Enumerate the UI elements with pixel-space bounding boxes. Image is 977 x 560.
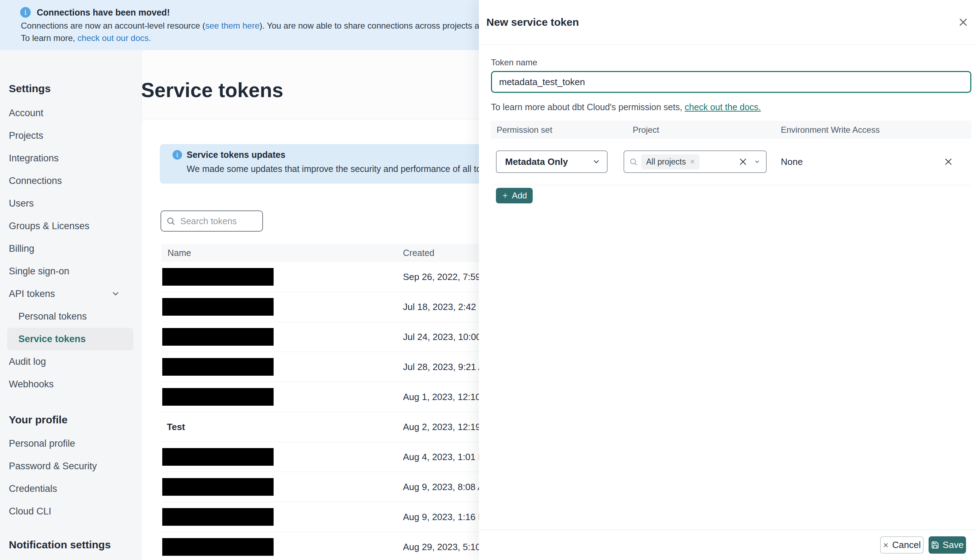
redacted-name xyxy=(162,328,274,346)
sidebar-item-account[interactable]: Account xyxy=(0,102,141,124)
sidebar-item-integrations[interactable]: Integrations xyxy=(0,147,141,170)
redacted-name xyxy=(162,358,274,376)
sidebar-item-groups-licenses[interactable]: Groups & Licenses xyxy=(0,215,141,237)
panel-title: New service token xyxy=(486,16,579,28)
sidebar-item-label: Projects xyxy=(9,130,43,141)
panel-header: New service token xyxy=(479,0,977,45)
sidebar-item-label: Audit log xyxy=(9,356,46,367)
search-input[interactable] xyxy=(179,216,252,227)
sidebar-item-label: Users xyxy=(9,198,34,209)
sidebar-item-billing[interactable]: Billing xyxy=(0,237,141,260)
environment-write-access-value: None xyxy=(781,157,803,167)
sidebar-item-personal-profile[interactable]: Personal profile xyxy=(0,432,141,455)
search-icon xyxy=(629,157,637,166)
page-title: Service tokens xyxy=(141,78,283,102)
remove-row-icon[interactable] xyxy=(944,157,953,166)
sidebar-item-label: Connections xyxy=(9,175,62,187)
column-project: Project xyxy=(624,125,772,135)
token-name-cell xyxy=(161,538,403,556)
save-label: Save xyxy=(943,540,964,550)
token-name-cell xyxy=(161,298,403,316)
redacted-name xyxy=(162,538,274,556)
new-service-token-panel: New service token Token name To learn mo… xyxy=(479,0,977,560)
check-out-the-docs-link[interactable]: check out the docs. xyxy=(685,102,761,112)
permission-set-select[interactable]: Metadata Only xyxy=(496,150,607,173)
project-multiselect[interactable]: All projects × xyxy=(624,150,767,173)
save-button[interactable]: Save xyxy=(928,536,966,553)
token-name-input[interactable] xyxy=(492,77,970,88)
settings-sidebar: Settings AccountProjectsIntegrationsConn… xyxy=(0,50,142,560)
chevron-down-icon xyxy=(592,157,601,166)
sidebar-item-label: Service tokens xyxy=(18,334,86,345)
token-name-cell xyxy=(161,268,403,286)
redacted-name xyxy=(162,508,274,526)
sidebar-item-audit-log[interactable]: Audit log xyxy=(0,350,141,373)
save-icon xyxy=(931,541,939,549)
permission-docs-line: To learn more about dbt Cloud's permissi… xyxy=(491,102,971,112)
banner-title: Connections have been moved! xyxy=(37,7,170,18)
cancel-button[interactable]: Cancel xyxy=(880,536,923,553)
sidebar-item-webhooks[interactable]: Webhooks xyxy=(0,373,141,395)
chip-remove-icon[interactable]: × xyxy=(690,158,694,166)
redacted-name xyxy=(162,298,274,316)
permission-set-value: Metadata Only xyxy=(505,157,568,167)
close-icon[interactable] xyxy=(958,17,969,28)
panel-body: Token name To learn more about dbt Cloud… xyxy=(479,58,977,203)
sidebar-item-service-tokens[interactable]: Service tokens xyxy=(7,328,133,350)
sidebar-item-label: Credentials xyxy=(9,483,57,494)
sidebar-item-connections[interactable]: Connections xyxy=(0,170,141,192)
token-name-label: Token name xyxy=(491,58,971,67)
column-created: Created xyxy=(403,248,435,258)
token-name-cell xyxy=(161,388,403,406)
redacted-name xyxy=(162,478,274,496)
sidebar-item-label: Integrations xyxy=(9,153,59,164)
sidebar-item-personal-tokens[interactable]: Personal tokens xyxy=(0,305,141,328)
sidebar-item-label: Personal profile xyxy=(9,438,75,449)
page: i Connections have been moved! Connectio… xyxy=(0,0,977,560)
permissions-table-header: Permission set Project Environment Write… xyxy=(491,121,971,139)
all-projects-chip[interactable]: All projects × xyxy=(641,154,699,170)
chip-label: All projects xyxy=(646,157,686,167)
token-name-field xyxy=(491,71,971,93)
token-name-cell xyxy=(161,448,403,466)
token-name-cell: Test xyxy=(161,422,403,433)
column-name: Name xyxy=(161,248,403,258)
banner-text: Connections are now an account-level res… xyxy=(21,21,205,30)
sidebar-item-label: API tokens xyxy=(9,288,55,299)
sidebar-item-single-sign-on[interactable]: Single sign-on xyxy=(0,260,141,282)
info-icon: i xyxy=(20,7,31,18)
sidebar-item-label: Account xyxy=(9,108,43,118)
permission-row: Metadata Only All projects × xyxy=(491,139,971,185)
search-icon xyxy=(166,217,175,226)
sidebar-item-label: Password & Security xyxy=(9,461,97,472)
column-environment-write-access: Environment Write Access xyxy=(772,125,971,135)
notice-title: Service tokens updates xyxy=(187,150,285,160)
chevron-down-icon[interactable] xyxy=(754,158,760,165)
sidebar-item-label: Webhooks xyxy=(9,379,54,390)
banner-text: To learn more, xyxy=(21,33,77,43)
add-permission-button[interactable]: Add xyxy=(496,188,533,203)
sidebar-item-label: Billing xyxy=(9,243,34,254)
sidebar-item-cloud-cli[interactable]: Cloud CLI xyxy=(0,500,141,523)
docs-text: To learn more about dbt Cloud's permissi… xyxy=(491,102,685,112)
sidebar-item-users[interactable]: Users xyxy=(0,192,141,215)
clear-icon[interactable] xyxy=(738,157,748,166)
column-permission-set: Permission set xyxy=(491,125,624,135)
close-icon xyxy=(883,541,888,549)
cancel-label: Cancel xyxy=(892,540,921,550)
token-name-cell xyxy=(161,358,403,376)
check-out-docs-link[interactable]: check out our docs. xyxy=(77,33,151,43)
search-tokens-box[interactable] xyxy=(161,210,263,232)
see-them-here-link[interactable]: see them here xyxy=(205,21,259,30)
sidebar-item-projects[interactable]: Projects xyxy=(0,124,141,147)
sidebar-item-credentials[interactable]: Credentials xyxy=(0,477,141,500)
token-name-cell xyxy=(161,508,403,526)
sidebar-item-api-tokens[interactable]: API tokens xyxy=(0,282,141,305)
token-name: Test xyxy=(161,422,185,433)
sidebar-item-password-security[interactable]: Password & Security xyxy=(0,455,141,477)
sidebar-title: Settings xyxy=(9,83,141,95)
info-icon: i xyxy=(172,150,182,160)
plus-icon xyxy=(502,192,509,199)
your-profile-heading: Your profile xyxy=(9,414,141,426)
redacted-name xyxy=(162,448,274,466)
